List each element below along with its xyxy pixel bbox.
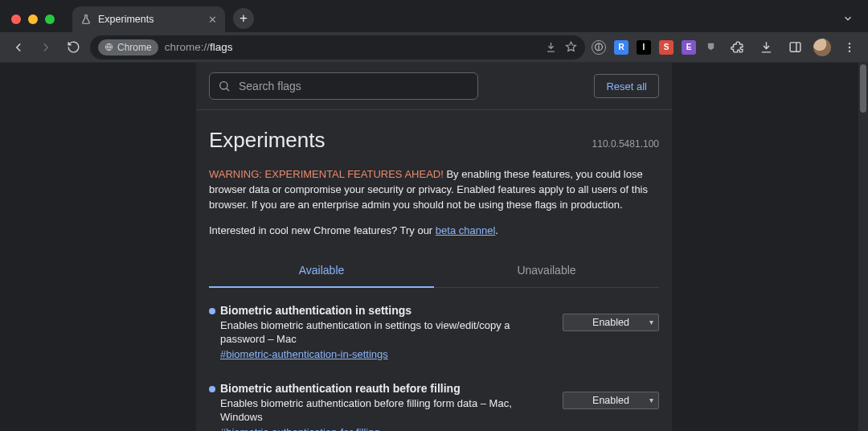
side-panel-icon[interactable] (784, 37, 805, 58)
tab-overflow-icon[interactable] (837, 8, 858, 29)
info-extension-icon[interactable]: ⓘ (592, 40, 606, 55)
beta-post: . (495, 224, 498, 236)
site-chip-label: Chrome (117, 42, 152, 53)
forward-button[interactable] (35, 37, 56, 58)
url-text: chrome://flags (165, 41, 233, 53)
browser-window: Experiments ✕ + Chrome chrome://flags (0, 0, 868, 431)
browser-tab[interactable]: Experiments ✕ (72, 6, 225, 32)
purple-extension-icon[interactable]: E (682, 40, 696, 55)
flag-hash-link[interactable]: #biometric-authentication-in-settings (220, 348, 388, 360)
modified-dot-icon (209, 386, 215, 392)
search-row: Search flags Reset all (196, 63, 672, 109)
reload-button[interactable] (63, 37, 84, 58)
svg-point-6 (220, 82, 227, 89)
reader-extension-icon[interactable]: R (614, 40, 628, 55)
version-label: 110.0.5481.100 (592, 138, 659, 150)
flag-description: Enables biometric authentication before … (220, 396, 534, 425)
warning-text: WARNING: EXPERIMENTAL FEATURES AHEAD! By… (209, 167, 659, 213)
scrollbar-thumb[interactable] (860, 64, 866, 113)
flags-page: Search flags Reset all Experiments 110.0… (196, 63, 672, 431)
url-path: flags (210, 41, 233, 53)
site-chip[interactable]: Chrome (98, 39, 158, 55)
flag-state-select[interactable]: Enabled (563, 314, 659, 331)
scrollbar-track[interactable] (858, 63, 868, 431)
toolbar: Chrome chrome://flags ⓘ R I S E ⛊ (0, 32, 868, 63)
profile-avatar[interactable] (813, 39, 831, 56)
install-icon[interactable] (545, 41, 557, 53)
modified-dot-icon (209, 308, 215, 314)
instapaper-extension-icon[interactable]: I (637, 40, 651, 55)
svg-rect-1 (790, 43, 800, 51)
tab-strip: Experiments ✕ + (0, 0, 868, 32)
back-button[interactable] (8, 37, 29, 58)
flags-tabs: Available Unavailable (209, 254, 659, 288)
flag-item: Biometric authentication reauth before f… (209, 382, 659, 431)
search-icon (218, 80, 231, 92)
page-title: Experiments (209, 128, 326, 153)
search-placeholder: Search flags (239, 80, 301, 92)
new-tab-button[interactable]: + (233, 8, 254, 29)
bookmark-star-icon[interactable] (565, 41, 577, 53)
omnibox[interactable]: Chrome chrome://flags (90, 35, 585, 60)
flag-item: Biometric authentication in settings Ena… (209, 304, 659, 382)
close-window-icon[interactable] (11, 14, 21, 24)
content-area: Search flags Reset all Experiments 110.0… (0, 63, 868, 431)
close-tab-icon[interactable]: ✕ (208, 14, 217, 26)
shield-extension-icon[interactable]: ⛊ (704, 40, 719, 55)
tab-unavailable[interactable]: Unavailable (434, 254, 659, 287)
svg-point-5 (849, 50, 850, 51)
beta-line: Interested in cool new Chrome features? … (209, 224, 659, 236)
downloads-icon[interactable] (755, 37, 776, 58)
extensions-row: ⓘ R I S E ⛊ (592, 37, 860, 58)
flags-search-input[interactable]: Search flags (209, 72, 478, 100)
flag-description: Enables biometric authentication in sett… (220, 318, 534, 347)
beta-pre: Interested in cool new Chrome features? … (209, 224, 436, 236)
tab-title: Experiments (98, 14, 154, 25)
tab-available[interactable]: Available (209, 254, 434, 288)
warning-prefix: WARNING: EXPERIMENTAL FEATURES AHEAD! (209, 168, 446, 180)
flags-list: Biometric authentication in settings Ena… (209, 288, 659, 431)
window-controls (6, 14, 61, 32)
svg-point-3 (849, 43, 850, 44)
extensions-puzzle-icon[interactable] (727, 37, 747, 58)
beta-channel-link[interactable]: beta channel (436, 224, 495, 236)
flask-icon (80, 14, 92, 25)
red-extension-icon[interactable]: S (659, 40, 674, 55)
zoom-window-icon[interactable] (45, 14, 55, 24)
kebab-menu-icon[interactable] (839, 37, 860, 58)
url-prefix: chrome:// (165, 41, 210, 53)
svg-point-4 (849, 46, 850, 47)
flag-state-select[interactable]: Enabled (563, 392, 659, 409)
minimize-window-icon[interactable] (28, 14, 38, 24)
flag-hash-link[interactable]: #biometric-authentication-for-filling (220, 426, 380, 431)
reset-all-button[interactable]: Reset all (594, 74, 659, 98)
